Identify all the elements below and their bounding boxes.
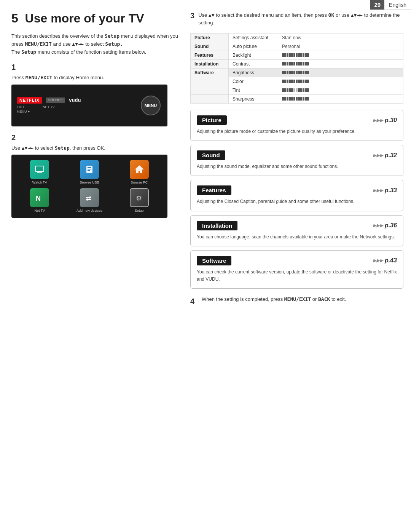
table-row: Sound Auto picture Personal — [191, 42, 403, 51]
card-features-desc: Adjusting the Closed Caption, parental g… — [197, 198, 397, 205]
language-label: English — [384, 0, 411, 10]
adddevices-label: Add new devices — [76, 209, 102, 212]
page-icon-features: ▶▶▶ — [373, 188, 383, 193]
card-software: Software ▶▶▶ p.43 You can check the curr… — [190, 250, 403, 289]
chapter-title: 5 Use more of your TV — [11, 11, 183, 26]
sub-auto-picture: Auto picture — [229, 42, 278, 51]
menu-item: MENU ● — [17, 110, 30, 113]
menu-circle: MENU — [141, 96, 161, 115]
sub-brightness: Brightness — [229, 69, 278, 77]
card-sound: Sound ▶▶▶ p.32 Adjusting the sound mode,… — [190, 145, 403, 176]
home-menu-image: NETFLIX SOURCE vudu EXIT NET TV MENU ● M… — [11, 85, 167, 126]
setup-label: Setup — [135, 209, 144, 212]
step-3-text: Use ▲▼ to select the desired menu and an… — [198, 11, 403, 26]
setup-item-nettv: N Net TV — [17, 188, 63, 212]
category-sound: Sound — [191, 42, 229, 51]
sub-backlight: Backlight — [229, 51, 278, 60]
card-software-page: ▶▶▶ p.43 — [373, 257, 397, 264]
card-sound-page: ▶▶▶ p.32 — [373, 152, 397, 159]
browseusb-label: Browse USB — [80, 181, 99, 184]
card-picture: Picture ▶▶▶ p.30 Adjusting the picture m… — [190, 110, 403, 141]
table-row-brightness: Software Brightness — [191, 69, 403, 77]
table-row: Installation Contrast — [191, 60, 403, 69]
step-1-text: Press MENU/EXIT to display Home menu. — [11, 74, 183, 81]
cards-area: Picture ▶▶▶ p.30 Adjusting the picture m… — [190, 110, 403, 289]
step-3: 3 Use ▲▼ to select the desired menu and … — [190, 11, 403, 104]
card-sound-pagenum: p.32 — [385, 152, 397, 159]
step-2: 2 Use ▲▼◄► to select Setup, then press O… — [11, 133, 183, 218]
step-2-text: Use ▲▼◄► to select Setup, then press OK. — [11, 144, 183, 152]
card-software-title: Software — [197, 256, 231, 265]
page-icon-sound: ▶▶▶ — [373, 153, 383, 158]
step-3-number: 3 — [190, 11, 194, 20]
step-1: 1 Press MENU/EXIT to display Home menu. … — [11, 63, 183, 126]
step-4-text: When the setting is completed, press MEN… — [202, 296, 346, 303]
browsepc-label: Browse PC — [131, 181, 148, 184]
browsepc-icon — [130, 160, 149, 179]
nettv-icon: N — [30, 188, 49, 207]
card-installation: Installation ▶▶▶ p.36 You can choose lan… — [190, 215, 403, 246]
val-contrast-bars — [278, 60, 403, 69]
card-picture-desc: Adjusting the picture mode or customize … — [197, 128, 397, 135]
step-2-number: 2 — [11, 133, 183, 142]
page-number: 29 — [370, 0, 384, 10]
svg-rect-2 — [36, 166, 43, 171]
sub-sharpness: Sharpness — [229, 95, 278, 104]
card-software-pagenum: p.43 — [385, 257, 397, 264]
card-sound-desc: Adjusting the sound mode, equalizer and … — [197, 163, 397, 170]
source-button: SOURCE — [46, 97, 65, 103]
card-installation-pagenum: p.36 — [385, 222, 397, 229]
val-start-now: Start now — [278, 34, 403, 42]
table-row: Features Backlight — [191, 51, 403, 60]
svg-marker-7 — [135, 165, 144, 173]
left-column: 5 Use more of your TV This section descr… — [11, 11, 183, 224]
svg-text:N: N — [36, 195, 41, 202]
page-icon: ▶▶▶ — [373, 118, 383, 123]
table-row: Tint — [191, 86, 403, 95]
svg-text:⇄: ⇄ — [86, 195, 91, 202]
card-installation-desc: You can choose language, scan the channe… — [197, 233, 397, 241]
card-installation-header: Installation ▶▶▶ p.36 — [197, 221, 397, 230]
setup-item-browsepc: Browse PC — [116, 160, 162, 184]
card-features-pagenum: p.33 — [385, 187, 397, 194]
table-row: Color — [191, 77, 403, 86]
card-features-header: Features ▶▶▶ p.33 — [197, 185, 397, 195]
category-picture: Picture — [191, 34, 229, 42]
page-header: 29 English — [370, 0, 411, 10]
intro-text: This section describes the overview of t… — [11, 32, 183, 56]
card-features: Features ▶▶▶ p.33 Adjusting the Closed C… — [190, 180, 403, 211]
setup-grid: Watch TV Browse USB Browse PC N — [11, 155, 167, 218]
val-backlight-bars — [278, 51, 403, 60]
step-1-number: 1 — [11, 63, 183, 72]
card-picture-header: Picture ▶▶▶ p.30 — [197, 115, 397, 125]
sub-color: Color — [229, 77, 278, 86]
svg-text:⚙: ⚙ — [136, 195, 142, 202]
category-installation: Installation — [191, 60, 229, 69]
setup-icon: ⚙ — [130, 188, 149, 207]
sub-settings-assistant: Settings assistant — [229, 34, 278, 42]
val-tint-bars — [278, 86, 403, 95]
card-installation-page: ▶▶▶ p.36 — [373, 222, 397, 229]
nettv-item: NET TV — [43, 105, 55, 109]
card-sound-header: Sound ▶▶▶ p.32 — [197, 150, 397, 160]
step-4: 4 When the setting is completed, press M… — [190, 296, 403, 307]
table-row: Picture Settings assistant Start now — [191, 34, 403, 42]
val-personal: Personal — [278, 42, 403, 51]
svg-rect-1 — [37, 172, 42, 173]
category-software: Software — [191, 69, 229, 77]
netflix-logo: NETFLIX — [17, 97, 42, 104]
table-row: Sharpness — [191, 95, 403, 104]
card-picture-page: ▶▶▶ p.30 — [373, 117, 397, 124]
page-icon-software: ▶▶▶ — [373, 258, 383, 263]
card-features-page: ▶▶▶ p.33 — [373, 187, 397, 194]
card-software-desc: You can check the current software versi… — [197, 268, 397, 283]
val-brightness-bars — [278, 69, 403, 77]
category-features: Features — [191, 51, 229, 60]
svg-rect-5 — [88, 169, 91, 169]
category-empty3 — [191, 95, 229, 104]
category-empty2 — [191, 86, 229, 95]
setup-item-adddevices: ⇄ Add new devices — [67, 188, 113, 212]
setup-item-watchtv: Watch TV — [17, 160, 63, 184]
right-column: 3 Use ▲▼ to select the desired menu and … — [190, 11, 403, 307]
step-4-number: 4 — [190, 296, 198, 307]
